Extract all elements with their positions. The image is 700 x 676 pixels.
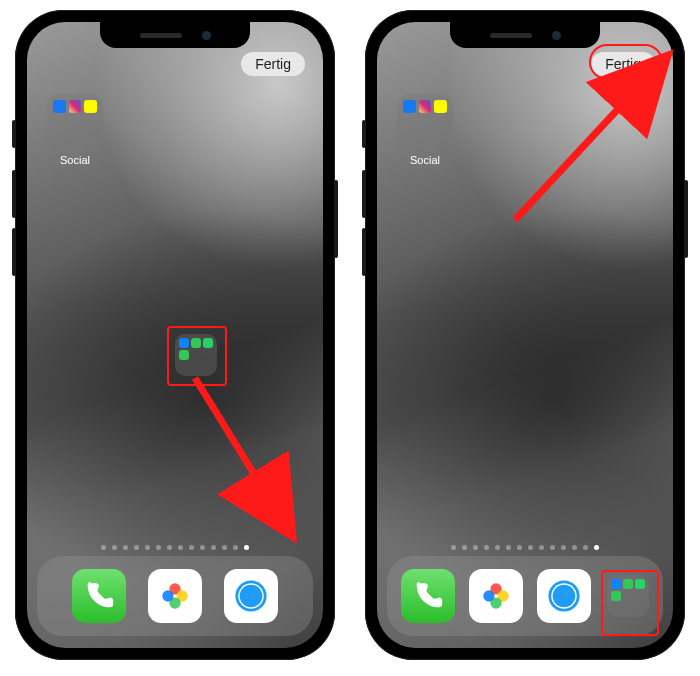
svg-point-17 (553, 585, 576, 608)
dock[interactable] (387, 556, 663, 636)
messages-icon (611, 579, 621, 589)
messages2-icon (611, 591, 621, 601)
folder-label: Social (60, 154, 90, 166)
svg-point-6 (240, 585, 263, 608)
folder-social[interactable]: Social (397, 94, 453, 150)
folder-social[interactable]: Social (47, 94, 103, 150)
dock[interactable] (37, 556, 313, 636)
messages-icon (179, 338, 189, 348)
notch (100, 22, 250, 48)
volume-up-button[interactable] (362, 170, 366, 218)
instagram-icon (419, 100, 432, 113)
page-indicator[interactable] (27, 545, 323, 550)
photos-app[interactable] (148, 569, 202, 623)
photos-icon (158, 579, 192, 613)
facebook-icon (403, 100, 416, 113)
svg-point-14 (483, 590, 494, 601)
home-screen[interactable]: Fertig Social (27, 22, 323, 648)
photos-icon (479, 579, 513, 613)
power-button[interactable] (334, 180, 338, 258)
phone-app[interactable] (72, 569, 126, 623)
page-indicator[interactable] (377, 545, 673, 550)
phone-app[interactable] (401, 569, 455, 623)
volume-up-button[interactable] (12, 170, 16, 218)
whatsapp-icon (635, 579, 645, 589)
dock-folder[interactable] (607, 575, 649, 617)
whatsapp-icon (203, 338, 213, 348)
done-button[interactable]: Fertig (591, 52, 655, 76)
power-button[interactable] (684, 180, 688, 258)
facebook-icon (53, 100, 66, 113)
safari-icon (234, 579, 268, 613)
snapchat-icon (434, 100, 447, 113)
volume-down-button[interactable] (362, 228, 366, 276)
iphone-left: Fertig Social (15, 10, 335, 660)
mute-switch[interactable] (362, 120, 366, 148)
facetime-icon (191, 338, 201, 348)
photos-app[interactable] (469, 569, 523, 623)
phone-icon (411, 579, 445, 613)
facetime-icon (623, 579, 633, 589)
instagram-icon (69, 100, 82, 113)
folder-label: Social (410, 154, 440, 166)
iphone-right: Fertig Social (365, 10, 685, 660)
folder-dragged[interactable] (175, 334, 217, 376)
volume-down-button[interactable] (12, 228, 16, 276)
safari-app[interactable] (224, 569, 278, 623)
phone-icon (82, 579, 116, 613)
home-screen[interactable]: Fertig Social (377, 22, 673, 648)
done-button[interactable]: Fertig (241, 52, 305, 76)
mute-switch[interactable] (12, 120, 16, 148)
safari-app[interactable] (537, 569, 591, 623)
svg-point-3 (162, 590, 173, 601)
messages2-icon (179, 350, 189, 360)
notch (450, 22, 600, 48)
snapchat-icon (84, 100, 97, 113)
safari-icon (547, 579, 581, 613)
